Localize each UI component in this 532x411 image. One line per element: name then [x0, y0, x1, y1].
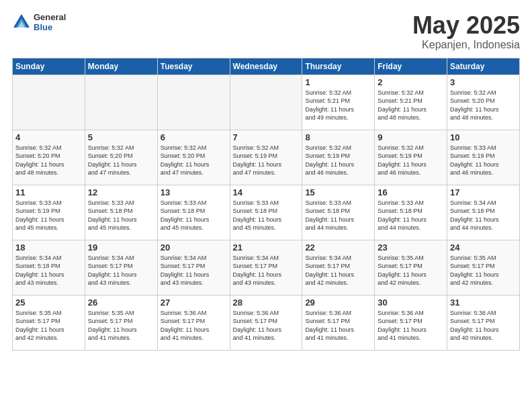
cell-info: Sunrise: 5:34 AM Sunset: 5:18 PM Dayligh… [15, 254, 82, 287]
calendar-cell: 20Sunrise: 5:34 AM Sunset: 5:17 PM Dayli… [157, 240, 230, 295]
logo-text: General Blue [34, 12, 66, 32]
calendar: SundayMondayTuesdayWednesdayThursdayFrid… [12, 58, 520, 351]
cell-info: Sunrise: 5:32 AM Sunset: 5:20 PM Dayligh… [450, 89, 517, 122]
calendar-cell: 22Sunrise: 5:34 AM Sunset: 5:17 PM Dayli… [302, 240, 375, 295]
cell-info: Sunrise: 5:36 AM Sunset: 5:17 PM Dayligh… [161, 309, 227, 342]
cell-info: Sunrise: 5:32 AM Sunset: 5:19 PM Dayligh… [233, 144, 300, 177]
calendar-day-header: Sunday [13, 58, 85, 75]
cell-info: Sunrise: 5:36 AM Sunset: 5:17 PM Dayligh… [305, 309, 371, 342]
cell-info: Sunrise: 5:34 AM Sunset: 5:17 PM Dayligh… [305, 254, 371, 287]
day-number: 31 [450, 298, 517, 308]
logo-general: General [34, 12, 66, 22]
calendar-cell: 19Sunrise: 5:34 AM Sunset: 5:17 PM Dayli… [85, 240, 157, 295]
cell-info: Sunrise: 5:33 AM Sunset: 5:19 PM Dayligh… [15, 199, 82, 232]
calendar-cell: 27Sunrise: 5:36 AM Sunset: 5:17 PM Dayli… [157, 295, 230, 350]
day-number: 14 [233, 187, 300, 197]
cell-info: Sunrise: 5:32 AM Sunset: 5:20 PM Dayligh… [15, 144, 82, 177]
day-number: 6 [161, 132, 227, 142]
calendar-cell: 15Sunrise: 5:33 AM Sunset: 5:18 PM Dayli… [302, 185, 375, 240]
cell-info: Sunrise: 5:36 AM Sunset: 5:17 PM Dayligh… [378, 309, 444, 342]
cell-info: Sunrise: 5:33 AM Sunset: 5:18 PM Dayligh… [233, 199, 300, 232]
calendar-cell: 29Sunrise: 5:36 AM Sunset: 5:17 PM Dayli… [302, 295, 375, 350]
calendar-day-header: Thursday [302, 58, 375, 75]
cell-info: Sunrise: 5:32 AM Sunset: 5:21 PM Dayligh… [378, 89, 444, 122]
cell-info: Sunrise: 5:33 AM Sunset: 5:19 PM Dayligh… [450, 144, 517, 177]
day-number: 4 [15, 132, 82, 142]
calendar-cell: 25Sunrise: 5:35 AM Sunset: 5:17 PM Dayli… [13, 295, 85, 350]
calendar-cell: 30Sunrise: 5:36 AM Sunset: 5:17 PM Dayli… [375, 295, 447, 350]
day-number: 27 [161, 298, 227, 308]
cell-info: Sunrise: 5:34 AM Sunset: 5:18 PM Dayligh… [450, 199, 517, 232]
day-number: 23 [378, 242, 444, 253]
day-number: 12 [88, 187, 154, 197]
calendar-cell [13, 75, 85, 130]
calendar-cell: 28Sunrise: 5:36 AM Sunset: 5:17 PM Dayli… [230, 295, 302, 350]
cell-info: Sunrise: 5:32 AM Sunset: 5:21 PM Dayligh… [305, 89, 371, 122]
title-block: May 2025 Kepanjen, Indonesia [412, 12, 520, 51]
cell-info: Sunrise: 5:36 AM Sunset: 5:17 PM Dayligh… [450, 309, 517, 342]
calendar-cell: 6Sunrise: 5:32 AM Sunset: 5:20 PM Daylig… [157, 130, 230, 185]
calendar-day-header: Wednesday [230, 58, 302, 75]
calendar-cell: 14Sunrise: 5:33 AM Sunset: 5:18 PM Dayli… [230, 185, 302, 240]
cell-info: Sunrise: 5:32 AM Sunset: 5:19 PM Dayligh… [305, 144, 371, 177]
calendar-cell: 8Sunrise: 5:32 AM Sunset: 5:19 PM Daylig… [302, 130, 375, 185]
calendar-cell: 2Sunrise: 5:32 AM Sunset: 5:21 PM Daylig… [375, 75, 447, 130]
cell-info: Sunrise: 5:35 AM Sunset: 5:17 PM Dayligh… [450, 254, 517, 287]
calendar-cell: 21Sunrise: 5:34 AM Sunset: 5:17 PM Dayli… [230, 240, 302, 295]
cell-info: Sunrise: 5:35 AM Sunset: 5:17 PM Dayligh… [15, 309, 82, 342]
calendar-week-row: 4Sunrise: 5:32 AM Sunset: 5:20 PM Daylig… [13, 130, 520, 185]
calendar-cell [85, 75, 157, 130]
cell-info: Sunrise: 5:32 AM Sunset: 5:19 PM Dayligh… [378, 144, 444, 177]
day-number: 20 [161, 242, 227, 253]
calendar-week-row: 11Sunrise: 5:33 AM Sunset: 5:19 PM Dayli… [13, 185, 520, 240]
day-number: 9 [378, 132, 444, 142]
logo: General Blue [12, 12, 66, 32]
calendar-cell [157, 75, 230, 130]
day-number: 11 [15, 187, 82, 197]
day-number: 13 [161, 187, 227, 197]
calendar-day-header: Tuesday [157, 58, 230, 75]
day-number: 5 [88, 132, 154, 142]
cell-info: Sunrise: 5:34 AM Sunset: 5:17 PM Dayligh… [88, 254, 154, 287]
day-number: 28 [233, 298, 300, 308]
logo-blue: Blue [34, 22, 66, 32]
calendar-day-header: Friday [375, 58, 447, 75]
day-number: 29 [305, 298, 371, 308]
day-number: 7 [233, 132, 300, 142]
cell-info: Sunrise: 5:35 AM Sunset: 5:17 PM Dayligh… [378, 254, 444, 287]
calendar-week-row: 1Sunrise: 5:32 AM Sunset: 5:21 PM Daylig… [13, 75, 520, 130]
calendar-cell: 4Sunrise: 5:32 AM Sunset: 5:20 PM Daylig… [13, 130, 85, 185]
day-number: 21 [233, 242, 300, 253]
day-number: 2 [378, 77, 444, 87]
cell-info: Sunrise: 5:33 AM Sunset: 5:18 PM Dayligh… [88, 199, 154, 232]
calendar-day-header: Saturday [447, 58, 520, 75]
day-number: 8 [305, 132, 371, 142]
cell-info: Sunrise: 5:36 AM Sunset: 5:17 PM Dayligh… [233, 309, 300, 342]
calendar-day-header: Monday [85, 58, 157, 75]
day-number: 26 [88, 298, 154, 308]
calendar-week-row: 18Sunrise: 5:34 AM Sunset: 5:18 PM Dayli… [13, 240, 520, 295]
day-number: 18 [15, 242, 82, 253]
calendar-cell: 3Sunrise: 5:32 AM Sunset: 5:20 PM Daylig… [447, 75, 520, 130]
day-number: 30 [378, 298, 444, 308]
cell-info: Sunrise: 5:34 AM Sunset: 5:17 PM Dayligh… [161, 254, 227, 287]
cell-info: Sunrise: 5:35 AM Sunset: 5:17 PM Dayligh… [88, 309, 154, 342]
calendar-cell: 16Sunrise: 5:33 AM Sunset: 5:18 PM Dayli… [375, 185, 447, 240]
day-number: 16 [378, 187, 444, 197]
day-number: 1 [305, 77, 371, 87]
calendar-cell: 13Sunrise: 5:33 AM Sunset: 5:18 PM Dayli… [157, 185, 230, 240]
calendar-cell: 24Sunrise: 5:35 AM Sunset: 5:17 PM Dayli… [447, 240, 520, 295]
calendar-cell: 10Sunrise: 5:33 AM Sunset: 5:19 PM Dayli… [447, 130, 520, 185]
day-number: 24 [450, 242, 517, 253]
header: General Blue May 2025 Kepanjen, Indonesi… [12, 12, 520, 51]
calendar-cell: 9Sunrise: 5:32 AM Sunset: 5:19 PM Daylig… [375, 130, 447, 185]
calendar-cell: 18Sunrise: 5:34 AM Sunset: 5:18 PM Dayli… [13, 240, 85, 295]
day-number: 22 [305, 242, 371, 253]
logo-icon [12, 13, 31, 32]
day-number: 25 [15, 298, 82, 308]
calendar-cell [230, 75, 302, 130]
cell-info: Sunrise: 5:33 AM Sunset: 5:18 PM Dayligh… [161, 199, 227, 232]
cell-info: Sunrise: 5:33 AM Sunset: 5:18 PM Dayligh… [305, 199, 371, 232]
calendar-cell: 5Sunrise: 5:32 AM Sunset: 5:20 PM Daylig… [85, 130, 157, 185]
cell-info: Sunrise: 5:33 AM Sunset: 5:18 PM Dayligh… [378, 199, 444, 232]
